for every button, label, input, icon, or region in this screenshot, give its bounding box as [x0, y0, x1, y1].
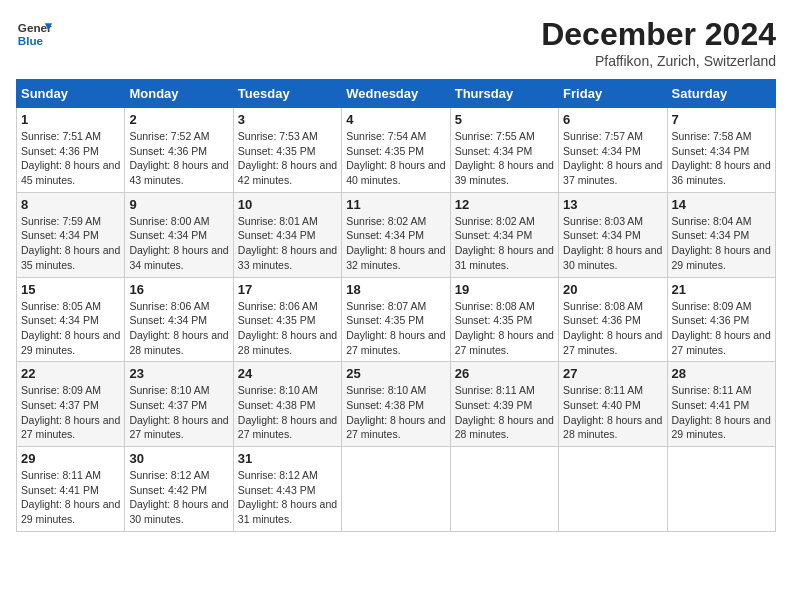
- day-info: Sunrise: 8:01 AM Sunset: 4:34 PM Dayligh…: [238, 214, 337, 273]
- day-info: Sunrise: 7:59 AM Sunset: 4:34 PM Dayligh…: [21, 214, 120, 273]
- calendar-cell: 27Sunrise: 8:11 AM Sunset: 4:40 PM Dayli…: [559, 362, 667, 447]
- calendar-week-4: 22Sunrise: 8:09 AM Sunset: 4:37 PM Dayli…: [17, 362, 776, 447]
- day-info: Sunrise: 8:00 AM Sunset: 4:34 PM Dayligh…: [129, 214, 228, 273]
- day-number: 20: [563, 282, 662, 297]
- calendar-cell: 21Sunrise: 8:09 AM Sunset: 4:36 PM Dayli…: [667, 277, 775, 362]
- calendar-cell: 19Sunrise: 8:08 AM Sunset: 4:35 PM Dayli…: [450, 277, 558, 362]
- day-info: Sunrise: 8:12 AM Sunset: 4:43 PM Dayligh…: [238, 468, 337, 527]
- calendar-cell: [667, 447, 775, 532]
- day-info: Sunrise: 7:53 AM Sunset: 4:35 PM Dayligh…: [238, 129, 337, 188]
- calendar-cell: 2Sunrise: 7:52 AM Sunset: 4:36 PM Daylig…: [125, 108, 233, 193]
- day-info: Sunrise: 8:06 AM Sunset: 4:35 PM Dayligh…: [238, 299, 337, 358]
- calendar-cell: 9Sunrise: 8:00 AM Sunset: 4:34 PM Daylig…: [125, 192, 233, 277]
- day-number: 13: [563, 197, 662, 212]
- location: Pfaffikon, Zurich, Switzerland: [541, 53, 776, 69]
- day-number: 30: [129, 451, 228, 466]
- day-number: 21: [672, 282, 771, 297]
- day-header-saturday: Saturday: [667, 80, 775, 108]
- day-info: Sunrise: 7:51 AM Sunset: 4:36 PM Dayligh…: [21, 129, 120, 188]
- day-info: Sunrise: 8:08 AM Sunset: 4:36 PM Dayligh…: [563, 299, 662, 358]
- day-info: Sunrise: 8:11 AM Sunset: 4:39 PM Dayligh…: [455, 383, 554, 442]
- day-info: Sunrise: 8:05 AM Sunset: 4:34 PM Dayligh…: [21, 299, 120, 358]
- day-header-friday: Friday: [559, 80, 667, 108]
- calendar-week-5: 29Sunrise: 8:11 AM Sunset: 4:41 PM Dayli…: [17, 447, 776, 532]
- page-header: General Blue December 2024 Pfaffikon, Zu…: [16, 16, 776, 69]
- calendar-cell: [450, 447, 558, 532]
- calendar-cell: 13Sunrise: 8:03 AM Sunset: 4:34 PM Dayli…: [559, 192, 667, 277]
- calendar-cell: 1Sunrise: 7:51 AM Sunset: 4:36 PM Daylig…: [17, 108, 125, 193]
- day-info: Sunrise: 8:02 AM Sunset: 4:34 PM Dayligh…: [346, 214, 445, 273]
- day-number: 15: [21, 282, 120, 297]
- day-info: Sunrise: 7:52 AM Sunset: 4:36 PM Dayligh…: [129, 129, 228, 188]
- calendar-cell: 4Sunrise: 7:54 AM Sunset: 4:35 PM Daylig…: [342, 108, 450, 193]
- day-number: 7: [672, 112, 771, 127]
- day-number: 4: [346, 112, 445, 127]
- day-number: 5: [455, 112, 554, 127]
- day-info: Sunrise: 7:58 AM Sunset: 4:34 PM Dayligh…: [672, 129, 771, 188]
- day-number: 31: [238, 451, 337, 466]
- calendar-cell: 17Sunrise: 8:06 AM Sunset: 4:35 PM Dayli…: [233, 277, 341, 362]
- day-number: 16: [129, 282, 228, 297]
- calendar-cell: 12Sunrise: 8:02 AM Sunset: 4:34 PM Dayli…: [450, 192, 558, 277]
- day-info: Sunrise: 8:11 AM Sunset: 4:40 PM Dayligh…: [563, 383, 662, 442]
- day-info: Sunrise: 8:11 AM Sunset: 4:41 PM Dayligh…: [672, 383, 771, 442]
- svg-text:Blue: Blue: [18, 34, 44, 47]
- day-number: 25: [346, 366, 445, 381]
- day-info: Sunrise: 8:02 AM Sunset: 4:34 PM Dayligh…: [455, 214, 554, 273]
- calendar-cell: [559, 447, 667, 532]
- logo-icon: General Blue: [16, 16, 52, 52]
- day-number: 8: [21, 197, 120, 212]
- day-info: Sunrise: 8:10 AM Sunset: 4:37 PM Dayligh…: [129, 383, 228, 442]
- day-info: Sunrise: 7:54 AM Sunset: 4:35 PM Dayligh…: [346, 129, 445, 188]
- calendar-cell: 16Sunrise: 8:06 AM Sunset: 4:34 PM Dayli…: [125, 277, 233, 362]
- day-number: 12: [455, 197, 554, 212]
- day-number: 29: [21, 451, 120, 466]
- calendar-cell: 18Sunrise: 8:07 AM Sunset: 4:35 PM Dayli…: [342, 277, 450, 362]
- day-header-sunday: Sunday: [17, 80, 125, 108]
- calendar-cell: 3Sunrise: 7:53 AM Sunset: 4:35 PM Daylig…: [233, 108, 341, 193]
- day-info: Sunrise: 8:04 AM Sunset: 4:34 PM Dayligh…: [672, 214, 771, 273]
- day-header-wednesday: Wednesday: [342, 80, 450, 108]
- day-info: Sunrise: 8:07 AM Sunset: 4:35 PM Dayligh…: [346, 299, 445, 358]
- title-block: December 2024 Pfaffikon, Zurich, Switzer…: [541, 16, 776, 69]
- calendar-cell: 26Sunrise: 8:11 AM Sunset: 4:39 PM Dayli…: [450, 362, 558, 447]
- day-number: 2: [129, 112, 228, 127]
- calendar-cell: 28Sunrise: 8:11 AM Sunset: 4:41 PM Dayli…: [667, 362, 775, 447]
- day-number: 11: [346, 197, 445, 212]
- calendar-week-2: 8Sunrise: 7:59 AM Sunset: 4:34 PM Daylig…: [17, 192, 776, 277]
- day-number: 22: [21, 366, 120, 381]
- day-number: 6: [563, 112, 662, 127]
- calendar-cell: 6Sunrise: 7:57 AM Sunset: 4:34 PM Daylig…: [559, 108, 667, 193]
- day-info: Sunrise: 8:11 AM Sunset: 4:41 PM Dayligh…: [21, 468, 120, 527]
- calendar-cell: 8Sunrise: 7:59 AM Sunset: 4:34 PM Daylig…: [17, 192, 125, 277]
- day-info: Sunrise: 8:09 AM Sunset: 4:37 PM Dayligh…: [21, 383, 120, 442]
- day-info: Sunrise: 7:55 AM Sunset: 4:34 PM Dayligh…: [455, 129, 554, 188]
- day-info: Sunrise: 8:09 AM Sunset: 4:36 PM Dayligh…: [672, 299, 771, 358]
- calendar-week-1: 1Sunrise: 7:51 AM Sunset: 4:36 PM Daylig…: [17, 108, 776, 193]
- day-number: 23: [129, 366, 228, 381]
- day-info: Sunrise: 8:08 AM Sunset: 4:35 PM Dayligh…: [455, 299, 554, 358]
- day-info: Sunrise: 8:06 AM Sunset: 4:34 PM Dayligh…: [129, 299, 228, 358]
- calendar-cell: 15Sunrise: 8:05 AM Sunset: 4:34 PM Dayli…: [17, 277, 125, 362]
- calendar-cell: 5Sunrise: 7:55 AM Sunset: 4:34 PM Daylig…: [450, 108, 558, 193]
- day-number: 10: [238, 197, 337, 212]
- day-number: 24: [238, 366, 337, 381]
- month-title: December 2024: [541, 16, 776, 53]
- calendar-cell: 20Sunrise: 8:08 AM Sunset: 4:36 PM Dayli…: [559, 277, 667, 362]
- day-number: 18: [346, 282, 445, 297]
- day-number: 14: [672, 197, 771, 212]
- day-number: 26: [455, 366, 554, 381]
- calendar-week-3: 15Sunrise: 8:05 AM Sunset: 4:34 PM Dayli…: [17, 277, 776, 362]
- calendar-cell: 10Sunrise: 8:01 AM Sunset: 4:34 PM Dayli…: [233, 192, 341, 277]
- calendar-cell: 22Sunrise: 8:09 AM Sunset: 4:37 PM Dayli…: [17, 362, 125, 447]
- calendar-cell: 30Sunrise: 8:12 AM Sunset: 4:42 PM Dayli…: [125, 447, 233, 532]
- calendar-cell: 31Sunrise: 8:12 AM Sunset: 4:43 PM Dayli…: [233, 447, 341, 532]
- day-number: 27: [563, 366, 662, 381]
- day-number: 9: [129, 197, 228, 212]
- day-info: Sunrise: 8:10 AM Sunset: 4:38 PM Dayligh…: [346, 383, 445, 442]
- calendar-cell: 11Sunrise: 8:02 AM Sunset: 4:34 PM Dayli…: [342, 192, 450, 277]
- day-info: Sunrise: 7:57 AM Sunset: 4:34 PM Dayligh…: [563, 129, 662, 188]
- calendar-cell: 7Sunrise: 7:58 AM Sunset: 4:34 PM Daylig…: [667, 108, 775, 193]
- day-number: 28: [672, 366, 771, 381]
- calendar-cell: 14Sunrise: 8:04 AM Sunset: 4:34 PM Dayli…: [667, 192, 775, 277]
